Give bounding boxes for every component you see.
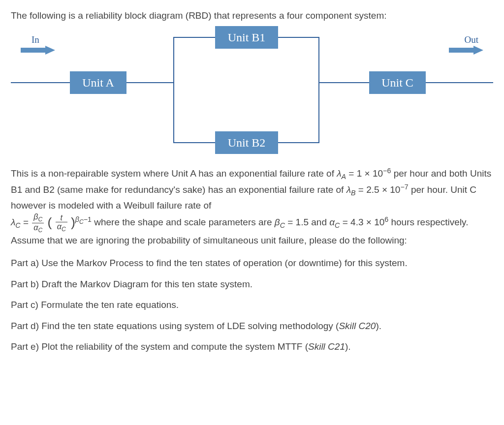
lambda-a-sub: A	[342, 173, 346, 181]
power-exp: βC−1	[75, 215, 92, 223]
line-a-branch	[124, 82, 173, 83]
part-e: Part e) Plot the reliability of the syst…	[11, 340, 493, 354]
lambda-b-exp: −7	[400, 183, 408, 191]
rbd-diagram: In Out Unit A Unit B1 Unit B2 Unit C	[11, 28, 493, 156]
frac-beta-alpha: βC αC	[32, 212, 44, 234]
lambda-c-sub: C	[15, 221, 20, 229]
lambda-a-val: 1 × 10	[357, 168, 383, 179]
unit-b1-box: Unit B1	[215, 26, 278, 49]
eq-sign: =	[348, 168, 356, 179]
desc-text: This is a non-repairable system where Un…	[11, 168, 337, 179]
and-text: and	[311, 217, 329, 227]
line-left	[11, 82, 70, 83]
unit-b2-box: Unit B2	[215, 131, 278, 154]
description-paragraph: This is a non-repairable system where Un…	[11, 166, 493, 248]
part-d: Part d) Find the ten state equations usi…	[11, 319, 493, 334]
lambda-a-exp: −6	[383, 167, 391, 175]
desc-text: where the shape and scale parameters are	[94, 217, 275, 227]
in-arrow-icon	[21, 46, 55, 55]
beta-c-sub: C	[280, 221, 285, 229]
svg-marker-1	[449, 46, 483, 55]
part-b: Part b) Draft the Markov Diagram for thi…	[11, 277, 493, 292]
in-label: In	[32, 33, 39, 47]
unit-a-box: Unit A	[70, 71, 126, 94]
branch-left-vert	[173, 37, 174, 143]
alpha-c-val: 4.3 × 10	[350, 217, 384, 227]
beta-c-sym: β	[275, 217, 280, 227]
beta-c-val: 1.5	[296, 217, 309, 227]
line-branch-c	[318, 82, 370, 83]
alpha-c-exp: 6	[384, 215, 388, 223]
alpha-c-sym: α	[329, 217, 335, 227]
alpha-c-sub: C	[335, 221, 340, 229]
lambda-b-sym: λ	[346, 184, 351, 195]
lambda-c-sym: λ	[11, 217, 15, 227]
line-right	[424, 82, 493, 83]
eq-sign: =	[343, 217, 350, 227]
svg-marker-0	[21, 46, 55, 55]
lambda-b-val: 2.5 × 10	[366, 184, 400, 195]
eq-sign: =	[358, 184, 366, 195]
eq-sign: =	[23, 217, 31, 227]
intro-text: The following is a reliability block dia…	[11, 9, 493, 23]
b1-right-line	[277, 37, 319, 38]
eq-sign: =	[287, 217, 295, 227]
lambda-a-sym: λ	[337, 168, 341, 179]
unit-c-box: Unit C	[369, 71, 426, 94]
frac-t-alpha: t αC	[56, 213, 67, 233]
b1-left-line	[173, 37, 218, 38]
b2-right-line	[277, 142, 319, 143]
part-a: Part a) Use the Markov Process to find t…	[11, 256, 493, 271]
parts-list: Part a) Use the Markov Process to find t…	[11, 256, 493, 354]
lambda-b-sub: B	[351, 189, 356, 197]
out-arrow-icon	[449, 46, 483, 55]
branch-right-vert	[318, 37, 319, 143]
part-c: Part c) Formulate the ten rate equations…	[11, 298, 493, 312]
out-label: Out	[465, 33, 479, 47]
b2-left-line	[173, 142, 218, 143]
